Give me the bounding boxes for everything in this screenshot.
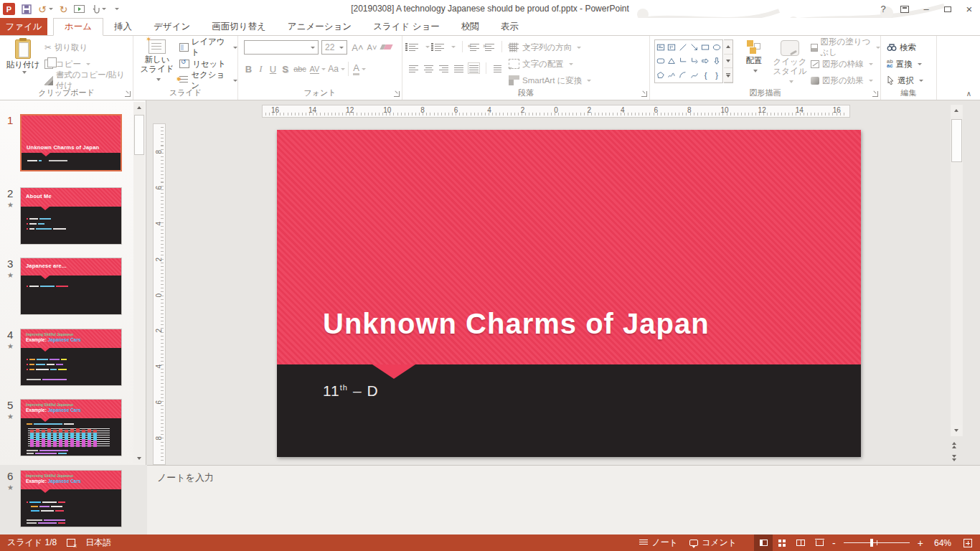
zoom-in-button[interactable]: +: [914, 537, 927, 549]
numbering-button[interactable]: [434, 42, 445, 52]
slide-sorter-view-button[interactable]: [773, 534, 791, 551]
spellcheck-icon[interactable]: [67, 539, 75, 547]
select-button[interactable]: 選択: [887, 73, 923, 88]
align-text-button[interactable]: 文字の配置: [509, 57, 573, 71]
shape-arc-icon[interactable]: [677, 68, 689, 83]
zoom-out-button[interactable]: -: [829, 537, 839, 549]
thumbnail-slide-5[interactable]: Improving Skillful Japanese Example: Jap…: [20, 399, 122, 456]
font-color-button[interactable]: A: [351, 62, 368, 76]
shape-vertical-textbox-icon[interactable]: [666, 40, 678, 55]
slide-title-text[interactable]: Unknown Charms of Japan: [323, 308, 710, 340]
shape-freeform-icon[interactable]: [655, 68, 666, 83]
thumb-scroll-thumb[interactable]: [134, 115, 144, 155]
next-slide-button[interactable]: [952, 455, 956, 461]
thumbnail-scrollbar[interactable]: [133, 102, 145, 463]
columns-button[interactable]: [493, 63, 501, 73]
scroll-down[interactable]: [951, 425, 961, 435]
shape-rounded-rectangle-icon[interactable]: [655, 55, 666, 69]
shape-curve-icon[interactable]: [689, 68, 700, 83]
ribbon-display-options-button[interactable]: [894, 0, 915, 18]
comments-toggle-button[interactable]: コメント: [684, 534, 743, 551]
cut-button[interactable]: ✂切り取り: [44, 40, 88, 55]
character-spacing-button[interactable]: AV: [308, 62, 327, 76]
tab-file[interactable]: ファイル: [0, 18, 47, 35]
start-slideshow-button[interactable]: [74, 1, 85, 17]
scroll-thumb[interactable]: [951, 119, 962, 162]
bullets-button[interactable]: [408, 42, 419, 52]
shape-elbow-arrow-connector-icon[interactable]: [689, 55, 700, 69]
tab-view[interactable]: 表示: [490, 18, 529, 35]
layout-button[interactable]: レイアウト: [179, 40, 237, 55]
change-case-button[interactable]: Aa: [327, 62, 346, 76]
quick-styles-button[interactable]: クイックスタイル: [772, 40, 808, 86]
shape-down-arrow-icon[interactable]: [711, 55, 722, 69]
justify-button[interactable]: [453, 63, 464, 73]
font-name-combo[interactable]: [244, 40, 319, 55]
close-button[interactable]: ×: [958, 0, 980, 18]
shape-fill-button[interactable]: 図形の塗りつぶし: [811, 40, 880, 55]
replace-button[interactable]: abac 置換: [887, 57, 922, 71]
minimize-button[interactable]: –: [915, 0, 937, 18]
thumbnail-slide-6[interactable]: Improving Skillful Japanese Example: Jap…: [20, 470, 122, 527]
undo-button[interactable]: ↺: [38, 1, 53, 17]
save-button[interactable]: [22, 1, 32, 17]
shape-triangle-icon[interactable]: [666, 55, 678, 69]
customize-qat-button[interactable]: [113, 1, 119, 17]
shape-line-icon[interactable]: [677, 40, 689, 55]
main-scrollbar[interactable]: [951, 105, 963, 465]
italic-button[interactable]: I: [255, 62, 267, 76]
shape-left-brace-icon[interactable]: {: [700, 68, 712, 83]
clipboard-dialog-launcher[interactable]: [125, 91, 131, 97]
font-dialog-launcher[interactable]: [394, 91, 400, 97]
grow-font-button[interactable]: A˄: [352, 40, 364, 55]
shape-rectangle-icon[interactable]: [700, 40, 712, 55]
new-slide-button[interactable]: 新しいスライド: [138, 39, 176, 84]
paste-button[interactable]: 貼り付け: [6, 39, 40, 74]
text-direction-button[interactable]: 文字列の方向: [509, 40, 581, 55]
thumbnail-slide-1[interactable]: Unknown Charms of Japan: [20, 114, 122, 171]
reset-button[interactable]: リセット: [179, 57, 226, 71]
tab-review[interactable]: 校閲: [451, 18, 490, 35]
thumbnail-slide-2[interactable]: About Me: [20, 187, 122, 245]
fit-slide-to-window-button[interactable]: [958, 534, 977, 551]
shape-right-arrow-icon[interactable]: [700, 55, 712, 69]
shape-scribble-icon[interactable]: [666, 68, 678, 83]
align-left-button[interactable]: [408, 63, 419, 73]
drawing-dialog-launcher[interactable]: [872, 91, 878, 97]
restore-button[interactable]: [937, 0, 958, 18]
tab-animations[interactable]: アニメーション: [277, 18, 362, 35]
notes-placeholder[interactable]: ノートを入力: [157, 471, 214, 484]
convert-smartart-button[interactable]: SmartArt に変換: [509, 73, 591, 88]
reading-view-button[interactable]: [791, 534, 810, 551]
tab-slideshow[interactable]: スライド ショー: [362, 18, 451, 35]
slideshow-view-button[interactable]: [810, 534, 829, 551]
slide-canvas[interactable]: Unknown Charms of Japan 11th– D: [277, 130, 861, 457]
tab-design[interactable]: デザイン: [143, 18, 201, 35]
find-button[interactable]: 検索: [887, 40, 916, 55]
thumb-scroll-down[interactable]: [134, 453, 144, 463]
collapse-ribbon-button[interactable]: ∧: [966, 90, 971, 98]
notes-pane[interactable]: ノートを入力: [147, 465, 980, 534]
tab-transitions[interactable]: 画面切り替え: [201, 18, 277, 35]
language-indicator[interactable]: 日本語: [85, 537, 111, 549]
slide-indicator[interactable]: スライド 1/8: [7, 537, 57, 549]
paragraph-dialog-launcher[interactable]: [641, 91, 647, 97]
zoom-slider-thumb[interactable]: [870, 539, 873, 547]
thumb-scroll-up[interactable]: [134, 102, 144, 113]
slide-subtitle-text[interactable]: 11th– D: [323, 382, 379, 400]
shape-arrow-icon[interactable]: [689, 40, 700, 55]
shape-oval-icon[interactable]: [711, 40, 722, 55]
redo-button[interactable]: ↻: [60, 1, 68, 17]
format-painter-button[interactable]: 書式のコピー/貼り付け: [44, 73, 133, 88]
shapes-gallery[interactable]: { }: [654, 39, 723, 83]
notes-toggle-button[interactable]: ノート: [633, 534, 684, 551]
shapes-scroll-up[interactable]: [724, 40, 732, 55]
text-shadow-button[interactable]: S: [279, 62, 291, 76]
copy-button[interactable]: コピー: [44, 57, 90, 71]
previous-slide-button[interactable]: [952, 442, 956, 448]
shapes-scroll-down[interactable]: [724, 55, 732, 69]
align-right-button[interactable]: [438, 63, 449, 73]
decrease-indent-button[interactable]: «: [469, 42, 480, 52]
align-center-button[interactable]: [423, 63, 434, 73]
zoom-percentage[interactable]: 64%: [927, 538, 958, 548]
